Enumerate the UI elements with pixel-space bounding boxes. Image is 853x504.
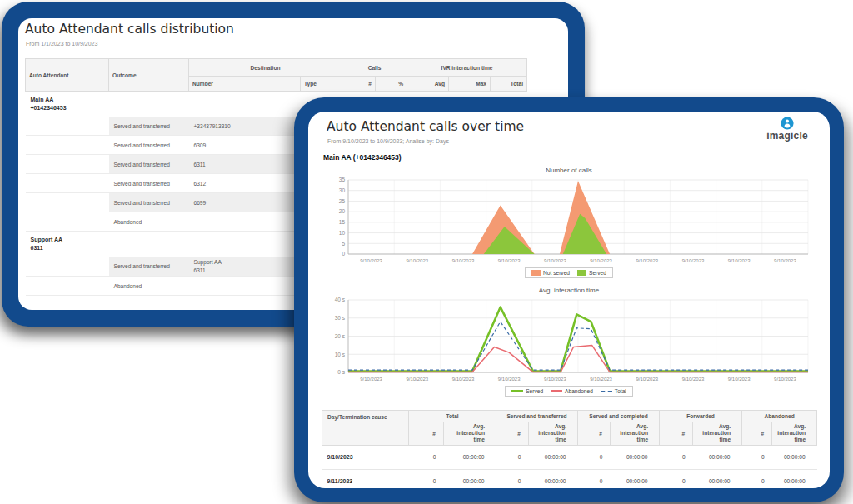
outcome-cell: Abandoned <box>109 277 189 296</box>
legend-item: Total <box>601 388 626 394</box>
distribution-report-subtitle: From 1/1/2023 to 10/9/2023 <box>26 41 97 47</box>
svg-text:10: 10 <box>339 230 346 236</box>
outcome-cell: Abandoned <box>109 212 189 232</box>
value-cell: 0 <box>496 445 529 469</box>
col-avg-interaction-time: Avg. interaction time <box>529 422 578 446</box>
col-ivr-interaction-time: IVR interaction time <box>407 59 527 77</box>
col-count: # <box>496 422 529 446</box>
legend-swatch <box>551 390 562 392</box>
svg-text:0: 0 <box>342 251 345 257</box>
svg-text:9/10/2023: 9/10/2023 <box>728 258 751 263</box>
svg-text:15: 15 <box>339 219 346 225</box>
legend-item: Abandoned <box>551 388 593 394</box>
number-cell: 6309 <box>189 136 301 155</box>
col-group-served-completed: Served and completed <box>578 411 660 422</box>
col-group-total: Total <box>409 411 496 422</box>
svg-text:0 s: 0 s <box>337 369 345 375</box>
col-count: # <box>342 77 376 92</box>
number-of-calls-plot: 051015202530359/10/20239/10/20239/10/202… <box>322 176 816 266</box>
value-cell: 00:00:00 <box>693 445 742 469</box>
legend-label: Served <box>589 270 606 276</box>
svg-text:9/10/2023: 9/10/2023 <box>590 258 612 263</box>
svg-text:9/10/2023: 9/10/2023 <box>452 258 475 263</box>
value-cell: 0 <box>496 469 529 488</box>
col-number: Number <box>189 77 301 92</box>
col-avg-interaction-time: Avg. interaction time <box>611 422 660 446</box>
avg-interaction-time-chart: Avg. interaction time 0 s10 s20 s30 s40 … <box>322 287 816 397</box>
value-cell: 00:00:00 <box>772 469 817 488</box>
svg-text:9/10/2023: 9/10/2023 <box>774 377 796 382</box>
svg-text:9/10/2023: 9/10/2023 <box>728 377 751 382</box>
legend-label: Not served <box>543 270 570 276</box>
value-cell: 00:00:00 <box>444 469 496 488</box>
col-auto-attendant: Auto Attendant <box>26 59 109 92</box>
legend-label: Total <box>615 388 626 394</box>
legend-label: Served <box>526 388 543 394</box>
col-group-forwarded: Forwarded <box>660 411 742 422</box>
value-cell: 0 <box>660 469 693 488</box>
legend-label: Abandoned <box>565 388 593 394</box>
chart-title: Avg. interaction time <box>322 287 816 294</box>
col-group-served-transferred: Served and transferred <box>496 411 578 422</box>
legend-item: Not served <box>531 270 570 276</box>
col-count: # <box>742 422 772 446</box>
number-cell <box>189 277 301 296</box>
svg-text:9/10/2023: 9/10/2023 <box>498 258 521 263</box>
col-count: # <box>578 422 611 446</box>
value-cell: 0 <box>409 445 444 469</box>
value-cell: 0 <box>660 445 693 469</box>
outcome-cell: Served and transferred <box>109 193 189 212</box>
value-cell: 0 <box>409 469 444 488</box>
svg-text:9/10/2023: 9/10/2023 <box>636 377 658 382</box>
col-max: Max <box>449 77 491 92</box>
col-total: Total <box>491 77 527 92</box>
number-cell: 6312 <box>189 174 301 193</box>
imagicle-logo-icon <box>781 117 794 130</box>
svg-text:9/10/2023: 9/10/2023 <box>544 377 566 382</box>
chart-legend: Not servedServed <box>322 267 816 278</box>
page: Auto Attendant calls distribution From 1… <box>0 0 853 504</box>
svg-text:9/10/2023: 9/10/2023 <box>682 258 705 263</box>
table-row: 9/10/2023 0 00:00:00 0 00:00:00 0 00:00:… <box>322 445 817 469</box>
value-cell: 00:00:00 <box>611 469 660 488</box>
svg-text:9/10/2023: 9/10/2023 <box>498 377 521 382</box>
value-cell: 0 <box>742 445 772 469</box>
outcome-cell: Served and transferred <box>109 257 189 277</box>
value-cell: 0 <box>578 445 611 469</box>
legend-item: Served <box>577 270 606 276</box>
col-type: Type <box>301 77 342 92</box>
legend-swatch <box>577 270 586 276</box>
value-cell: 00:00:00 <box>529 469 578 488</box>
col-group-abandoned: Abandoned <box>742 411 817 422</box>
col-avg-interaction-time: Avg. interaction time <box>444 422 496 446</box>
svg-text:20: 20 <box>339 208 346 214</box>
svg-text:9/10/2023: 9/10/2023 <box>682 377 705 382</box>
value-cell: 0 <box>742 469 772 488</box>
svg-text:9/10/2023: 9/10/2023 <box>636 258 658 263</box>
svg-text:9/10/2023: 9/10/2023 <box>360 377 382 382</box>
legend-swatch <box>511 390 523 392</box>
legend-swatch <box>601 391 612 392</box>
number-cell: +33437913310 <box>189 117 301 136</box>
value-cell: 0 <box>578 469 611 488</box>
overtime-report-title: Auto Attendant calls over time <box>327 119 524 134</box>
svg-text:20 s: 20 s <box>335 333 346 339</box>
overtime-window-body: Auto Attendant calls over time From 9/10… <box>308 112 830 488</box>
value-cell: 00:00:00 <box>693 469 742 488</box>
svg-text:30 s: 30 s <box>335 315 346 321</box>
number-cell <box>189 212 301 232</box>
svg-text:35: 35 <box>339 177 346 182</box>
imagicle-logo-text: imagicle <box>766 130 808 142</box>
number-cell: 6699 <box>189 193 301 212</box>
svg-text:5: 5 <box>342 241 345 247</box>
value-cell: 00:00:00 <box>611 445 660 469</box>
col-avg-interaction-time: Avg. interaction time <box>693 422 742 446</box>
outcome-cell: Served and transferred <box>109 174 189 193</box>
legend-item: Served <box>511 388 543 394</box>
table-header-row: Day/Termination cause Total Served and t… <box>322 411 817 422</box>
col-count: # <box>409 422 444 446</box>
chart-legend: ServedAbandonedTotal <box>322 386 816 397</box>
svg-text:9/10/2023: 9/10/2023 <box>406 258 428 263</box>
svg-text:9/10/2023: 9/10/2023 <box>590 377 612 382</box>
termination-cause-table: Day/Termination cause Total Served and t… <box>322 410 817 488</box>
